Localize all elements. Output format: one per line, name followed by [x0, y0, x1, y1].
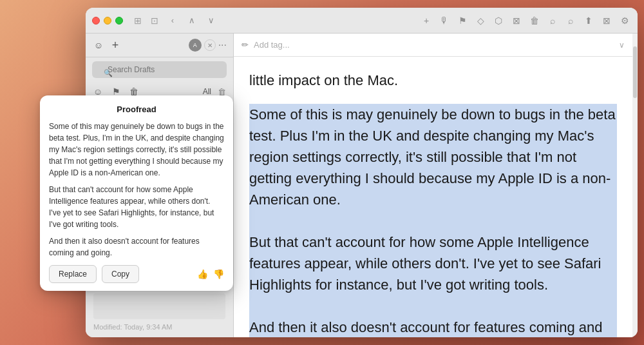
popup-title: Proofread	[49, 104, 224, 114]
editor: ✏ Add tag... ∨ little impact on the Mac.…	[234, 34, 632, 337]
popup-actions: Replace Copy 👍 👎	[49, 265, 224, 283]
thumbs-down-icon[interactable]: 👎	[213, 269, 224, 279]
popup-paragraph-1: Some of this may genuinely be down to bu…	[49, 121, 224, 179]
compose-icon: ✏	[242, 40, 249, 50]
close-button[interactable]	[92, 17, 100, 25]
editor-text-before: little impact on the Mac.	[249, 70, 617, 91]
all-filter-label[interactable]: All	[203, 87, 211, 96]
maximize-button[interactable]	[115, 17, 123, 25]
draft-modified-label: Modified: Today, 9:34 AM	[93, 323, 173, 331]
nav-down-button[interactable]: ∨	[204, 14, 218, 28]
replace-button[interactable]: Replace	[49, 265, 97, 283]
proofread-popup: Proofread Some of this may genuinely be …	[40, 95, 233, 291]
capture-icon[interactable]: +	[420, 14, 433, 27]
chevron-down-icon: ∨	[619, 41, 625, 50]
titlebar-right-actions: + 🎙 ⚑ ◇ ⬡ ⊠ 🗑 ⌕ ⌕ ⬆ ⊠ ⚙	[420, 14, 631, 27]
action-icon[interactable]: ⬡	[492, 14, 505, 27]
editor-scrollbar[interactable]	[632, 34, 638, 337]
sidebar-top-bar: ☺ + A ✕ ···	[86, 34, 233, 57]
popup-paragraph-2: But that can't account for how some Appl…	[49, 184, 224, 230]
dictate-icon[interactable]: 🎙	[438, 14, 451, 27]
share-icon[interactable]: ⬆	[582, 14, 595, 27]
sidebar-smiley-icon[interactable]: ☺	[92, 39, 105, 52]
columns-icon[interactable]: ⊠	[600, 14, 613, 27]
avatar: A	[189, 39, 202, 52]
search-input[interactable]	[92, 61, 227, 78]
copy-button[interactable]: Copy	[102, 265, 139, 283]
titlebar: ⊞ ⊡ ‹ ∧ ∨ + 🎙 ⚑ ◇ ⬡ ⊠ 🗑 ⌕ ⌕ ⬆ ⊠ ⚙	[86, 8, 638, 34]
nav-back-button[interactable]: ‹	[166, 14, 180, 28]
draft-list-item[interactable]: Modified: Today, 9:34 AM	[86, 288, 233, 337]
trash-icon[interactable]: 🗑	[528, 14, 541, 27]
search-icon[interactable]: ⌕	[546, 14, 559, 27]
traffic-lights	[92, 17, 123, 25]
draft-meta: Modified: Today, 9:34 AM	[93, 322, 225, 332]
editor-content[interactable]: little impact on the Mac. Some of this i…	[234, 57, 632, 337]
zoom-icon[interactable]: ⌕	[564, 14, 577, 27]
more-options-icon[interactable]: ···	[218, 39, 227, 51]
move-icon[interactable]: ⊠	[510, 14, 523, 27]
minimize-button[interactable]	[104, 17, 111, 25]
nav-up-button[interactable]: ∧	[185, 14, 199, 28]
editor-highlighted-text: Some of this is may genuinely be down to…	[249, 104, 617, 337]
scrollbar-thumb[interactable]	[633, 46, 637, 98]
sidebar-toggle-icon[interactable]: ⊞	[132, 15, 144, 26]
settings-icon[interactable]: ⚙	[618, 14, 631, 27]
tag-icon[interactable]: ◇	[474, 14, 487, 27]
search-bar: 🔍	[86, 57, 233, 82]
popup-paragraph-3: And then it also doesn't account for fea…	[49, 235, 224, 259]
editor-toolbar: ✏ Add tag... ∨	[234, 34, 632, 57]
tag-placeholder[interactable]: Add tag...	[254, 40, 614, 50]
flag-icon[interactable]: ⚑	[456, 14, 469, 27]
layout-icon[interactable]: ⊡	[149, 15, 160, 26]
thumbs-up-icon[interactable]: 👍	[197, 269, 208, 279]
new-draft-button[interactable]: +	[109, 39, 122, 52]
close-icon[interactable]: ✕	[204, 39, 216, 51]
popup-feedback: 👍 👎	[197, 269, 224, 279]
